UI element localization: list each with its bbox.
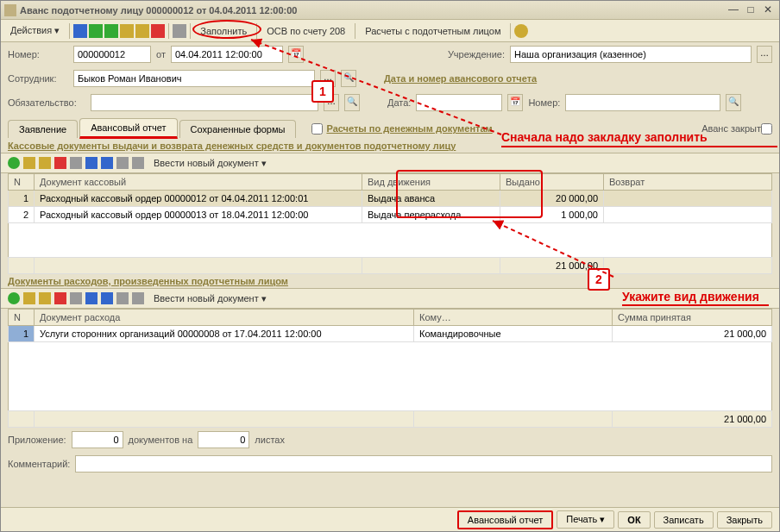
date2-label: Дата: (387, 97, 411, 108)
num2-label: Номер: (528, 97, 560, 108)
sort-asc2-icon[interactable] (116, 292, 129, 304)
add-row2-icon[interactable] (8, 292, 20, 304)
sheets-label: листах (255, 435, 285, 445)
new-doc-menu[interactable]: Ввести новый документ ▾ (148, 155, 273, 172)
closed-checkbox[interactable] (761, 123, 772, 135)
actions-menu[interactable]: Действия ▾ (4, 22, 66, 39)
down-icon[interactable] (101, 157, 113, 169)
up-icon[interactable] (85, 157, 98, 169)
edit-row2-icon[interactable] (39, 292, 51, 304)
table-row[interactable]: 2 Расходный кассовый ордер 00000013 от 1… (9, 207, 772, 223)
date-picker-icon[interactable]: 📅 (288, 46, 304, 63)
employee-select-icon[interactable]: … (320, 70, 336, 87)
advance-report-button[interactable]: Авансовый отчет (457, 510, 553, 529)
employee-search-icon[interactable]: 🔍 (341, 70, 356, 87)
edit-row-icon[interactable] (39, 157, 51, 169)
calc-button[interactable]: Расчеты с подотчетным лицом (359, 23, 506, 39)
num2-field[interactable] (565, 94, 720, 111)
obligation-select-icon[interactable]: … (324, 94, 339, 111)
app-icon (4, 4, 16, 16)
refresh-icon[interactable] (89, 24, 103, 38)
expense-table: N Документ расхода Кому… Сумма принятая … (8, 309, 772, 342)
tree-icon[interactable] (135, 24, 149, 38)
org-label: Учреждение: (448, 49, 505, 59)
docs-on-label: документов на (129, 435, 193, 445)
osv-button[interactable]: ОСВ по счету 208 (261, 23, 351, 39)
employee-label: Сотрудник: (8, 73, 68, 84)
closed-label: Аванс закрыт (701, 123, 761, 134)
col-n: N (9, 174, 35, 191)
tab-advance-report[interactable]: Авансовый отчет (79, 118, 177, 139)
close-form-button[interactable]: Закрыть (717, 511, 772, 529)
col-doc: Документ кассовый (35, 174, 362, 191)
copy-row2-icon[interactable] (23, 292, 35, 304)
org-field[interactable] (510, 46, 752, 63)
cash-docs-label: Расчеты по денежным документам (323, 123, 495, 134)
props2-icon[interactable] (70, 292, 82, 304)
help-icon[interactable] (514, 24, 528, 38)
maximize-button[interactable]: □ (743, 3, 758, 17)
tab-saved-forms[interactable]: Сохраненные формы (179, 120, 297, 138)
from-label: от (156, 49, 166, 59)
col2-sum: Сумма принятая (613, 310, 772, 326)
number-field[interactable] (73, 46, 151, 63)
date2-picker-icon[interactable]: 📅 (507, 94, 523, 111)
props-icon[interactable] (70, 157, 82, 169)
save-icon[interactable] (73, 24, 87, 38)
attach-count[interactable] (72, 431, 123, 448)
col-type: Вид движения (362, 174, 500, 191)
window-title: Аванс подотчетному лицу 000000012 от 04.… (20, 5, 726, 16)
save-button[interactable]: Записать (654, 511, 714, 529)
sort-asc-icon[interactable] (116, 157, 129, 169)
col2-whom: Кому… (414, 310, 613, 326)
down2-icon[interactable] (101, 292, 113, 304)
col-issued: Выдано (500, 174, 604, 191)
fill-button[interactable]: Заполнить (194, 23, 253, 39)
col2-n: N (9, 310, 35, 326)
date-field[interactable] (171, 46, 283, 63)
up2-icon[interactable] (85, 292, 98, 304)
employee-field[interactable] (73, 70, 315, 87)
cash-docs-checkbox[interactable] (311, 123, 323, 135)
sort-desc2-icon[interactable] (132, 292, 144, 304)
num2-search-icon[interactable]: 🔍 (726, 94, 741, 111)
date2-field[interactable] (416, 94, 502, 111)
attach-label: Приложение: (8, 435, 66, 445)
obligation-label: Обязательство: (8, 97, 85, 108)
delete-row-icon[interactable] (54, 157, 66, 169)
close-button[interactable]: ✕ (760, 3, 776, 17)
tab-application[interactable]: Заявление (8, 120, 78, 138)
minimize-button[interactable]: — (726, 3, 741, 17)
issue-table: N Документ кассовый Вид движения Выдано … (8, 173, 772, 223)
delete-row2-icon[interactable] (54, 292, 66, 304)
del-icon[interactable] (151, 24, 165, 38)
section2-title: Документы расходов, произведенных подотч… (1, 274, 779, 288)
number-label: Номер: (8, 49, 68, 59)
sort-desc-icon[interactable] (132, 157, 144, 169)
col2-doc: Документ расхода (35, 310, 414, 326)
obligation-field[interactable] (91, 94, 318, 111)
sheets-count[interactable] (198, 431, 249, 448)
total-sum: 21 000,00 (613, 411, 772, 428)
report-icon[interactable] (173, 24, 186, 38)
doc-icon[interactable] (120, 24, 134, 38)
report-header: Дата и номер авансового отчета (384, 73, 537, 84)
copy-row-icon[interactable] (23, 157, 35, 169)
total-issued: 21 000,00 (500, 258, 604, 274)
link-icon[interactable] (104, 24, 118, 38)
table-row[interactable]: 1 Услуги сторонних организаций 00000008 … (9, 326, 772, 342)
org-select-icon[interactable]: … (757, 46, 772, 63)
print-button[interactable]: Печать ▾ (557, 510, 614, 529)
table-row[interactable]: 1 Расходный кассовый ордер 00000012 от 0… (9, 191, 772, 207)
ok-button[interactable]: ОК (618, 511, 650, 529)
section1-title: Кассовые документы выдачи и возврата ден… (1, 139, 779, 153)
add-row-icon[interactable] (8, 157, 20, 169)
comment-field[interactable] (75, 455, 772, 473)
new-doc2-menu[interactable]: Ввести новый документ ▾ (148, 291, 273, 307)
col-returned: Возврат (604, 174, 772, 191)
comment-label: Комментарий: (8, 459, 70, 469)
obligation-search-icon[interactable]: 🔍 (344, 94, 360, 111)
